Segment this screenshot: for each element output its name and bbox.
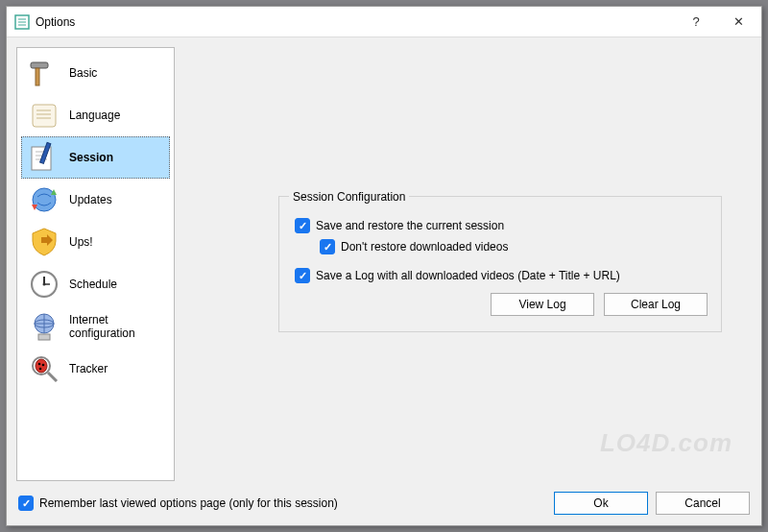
log-buttons-row: View Log Clear Log [295, 293, 708, 316]
clear-log-button[interactable]: Clear Log [604, 293, 708, 316]
dont-restore-checkbox[interactable] [320, 239, 335, 254]
clock-icon [27, 267, 61, 302]
body-area: Basic Language [7, 37, 761, 481]
sidebar-item-internet-configuration[interactable]: Internet configuration [21, 305, 170, 348]
save-restore-row: Save and restore the current session [295, 218, 708, 233]
sidebar-item-label: Tracker [69, 362, 108, 375]
sidebar-item-tracker[interactable]: Tracker [21, 348, 170, 390]
globe-network-icon [27, 309, 61, 344]
globe-arrows-icon [27, 182, 61, 217]
save-log-row: Save a Log with all downloaded videos (D… [295, 268, 708, 283]
session-configuration-group: Session Configuration Save and restore t… [278, 196, 722, 332]
close-button[interactable]: ✕ [717, 8, 759, 36]
watermark: LO4D.com [600, 428, 732, 458]
sidebar-item-basic[interactable]: Basic [21, 52, 170, 94]
sidebar-item-label: Internet configuration [69, 313, 164, 341]
save-restore-checkbox[interactable] [295, 218, 310, 233]
dont-restore-row: Don't restore downloaded videos [320, 239, 708, 254]
svg-point-19 [43, 283, 46, 286]
help-button[interactable]: ? [675, 8, 717, 36]
cancel-button[interactable]: Cancel [656, 492, 750, 515]
save-restore-label[interactable]: Save and restore the current session [316, 219, 504, 232]
ok-button[interactable]: Ok [554, 492, 648, 515]
sidebar-item-label: Schedule [69, 278, 117, 291]
svg-rect-24 [38, 334, 50, 340]
svg-point-29 [42, 364, 45, 367]
sidebar-item-language[interactable]: Language [21, 94, 170, 136]
save-log-label[interactable]: Save a Log with all downloaded videos (D… [316, 269, 620, 282]
sidebar-item-session[interactable]: Session [21, 136, 170, 179]
svg-rect-4 [31, 62, 48, 68]
svg-point-28 [38, 363, 41, 366]
footer-right: Ok Cancel [554, 492, 750, 515]
sidebar: Basic Language [16, 47, 175, 481]
ladybug-magnifier-icon [27, 351, 61, 386]
remember-checkbox[interactable] [18, 496, 34, 511]
notepad-pen-icon [27, 140, 61, 175]
svg-rect-5 [36, 68, 39, 85]
footer: Remember last viewed options page (only … [7, 481, 761, 525]
sidebar-item-schedule[interactable]: Schedule [21, 263, 170, 305]
sidebar-item-label: Ups! [69, 235, 93, 249]
group-title: Session Configuration [289, 190, 409, 204]
sidebar-item-label: Updates [69, 193, 112, 206]
sidebar-item-label: Basic [69, 66, 97, 80]
content-panel: Session Configuration Save and restore t… [184, 47, 752, 481]
svg-point-27 [36, 359, 47, 373]
save-log-checkbox[interactable] [295, 268, 310, 283]
hammer-icon [27, 56, 61, 90]
app-icon [14, 14, 30, 30]
options-window: Options ? ✕ Basic [6, 6, 762, 526]
sidebar-item-label: Language [69, 109, 120, 122]
dont-restore-label[interactable]: Don't restore downloaded videos [341, 240, 508, 254]
shield-icon [27, 225, 61, 259]
svg-line-26 [48, 373, 57, 381]
footer-left: Remember last viewed options page (only … [18, 496, 554, 511]
remember-label[interactable]: Remember last viewed options page (only … [39, 496, 338, 510]
svg-point-14 [33, 188, 56, 211]
sidebar-item-ups[interactable]: Ups! [21, 221, 170, 263]
window-title: Options [36, 15, 675, 29]
titlebar: Options ? ✕ [7, 7, 761, 37]
view-log-button[interactable]: View Log [491, 293, 594, 316]
svg-point-30 [39, 368, 42, 371]
scroll-icon [27, 98, 61, 133]
sidebar-item-updates[interactable]: Updates [21, 179, 170, 221]
sidebar-item-label: Session [69, 151, 113, 164]
